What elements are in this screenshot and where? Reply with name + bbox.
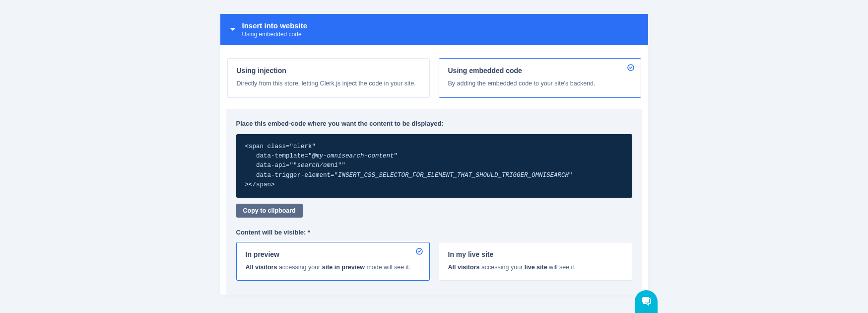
bold-text: site in preview (322, 264, 365, 271)
bold-text: live site (525, 264, 547, 271)
visibility-options: In preview All visitors accessing your s… (236, 242, 632, 281)
code-api-value: search/omni (297, 162, 338, 169)
visibility-label: Content will be visible: * (236, 229, 632, 236)
text: accessing your (479, 264, 524, 271)
chat-widget-button[interactable] (635, 290, 658, 313)
panel-title: Insert into website (242, 21, 308, 31)
visibility-option-live[interactable]: In my live site All visitors accessing y… (439, 242, 632, 281)
panel-header: Insert into website Using embedded code (220, 14, 648, 45)
panel-collapse-toggle[interactable] (230, 28, 235, 31)
code-line: data-template=" (245, 153, 312, 159)
visibility-option-desc: All visitors accessing your live site wi… (448, 263, 623, 272)
selected-check-icon (627, 64, 635, 72)
code-line: " (394, 153, 398, 159)
selected-check-icon (415, 247, 423, 255)
copy-to-clipboard-button[interactable]: Copy to clipboard (236, 204, 303, 218)
code-line: data-api="" (245, 162, 297, 169)
insert-into-website-panel: Insert into website Using embedded code … (220, 14, 648, 295)
bold-text: All visitors (246, 264, 277, 271)
method-option-title: Using embedded code (448, 67, 632, 75)
code-line: "" (338, 162, 345, 169)
method-options: Using injection Directly from this store… (226, 58, 642, 98)
visibility-option-desc: All visitors accessing your site in prev… (246, 263, 420, 272)
panel-subtitle: Using embedded code (242, 31, 308, 39)
visibility-option-title: In preview (246, 250, 420, 258)
code-line: <span class="clerk" (245, 143, 316, 150)
method-option-title: Using injection (237, 67, 420, 75)
visibility-option-title: In my live site (448, 250, 623, 258)
code-trigger-value: INSERT_CSS_SELECTOR_FOR_ELEMENT_THAT_SHO… (338, 172, 569, 179)
code-line: ></span> (245, 181, 275, 188)
method-option-desc: Directly from this store, letting Clerk.… (237, 79, 420, 88)
embed-label: Place this embed-code where you want the… (236, 120, 632, 127)
code-line: data-trigger-element=" (245, 172, 338, 179)
embed-section: Place this embed-code where you want the… (226, 109, 642, 295)
text: accessing your (277, 264, 322, 271)
bold-text: All visitors (448, 264, 480, 271)
method-option-desc: By adding the embedded code to your site… (448, 79, 632, 88)
method-option-embedded[interactable]: Using embedded code By adding the embedd… (439, 58, 641, 98)
panel-body: Using injection Directly from this store… (220, 45, 648, 295)
code-line: " (569, 172, 573, 179)
text: mode will see it. (365, 264, 410, 271)
code-template-value: @my-omnisearch-content (312, 153, 394, 159)
panel-header-texts: Insert into website Using embedded code (242, 21, 308, 38)
visibility-option-preview[interactable]: In preview All visitors accessing your s… (236, 242, 430, 281)
method-option-injection[interactable]: Using injection Directly from this store… (227, 58, 430, 98)
chat-icon (640, 296, 652, 308)
embed-code-block[interactable]: <span class="clerk" data-template="@my-o… (236, 134, 632, 198)
text: will see it. (547, 264, 576, 271)
